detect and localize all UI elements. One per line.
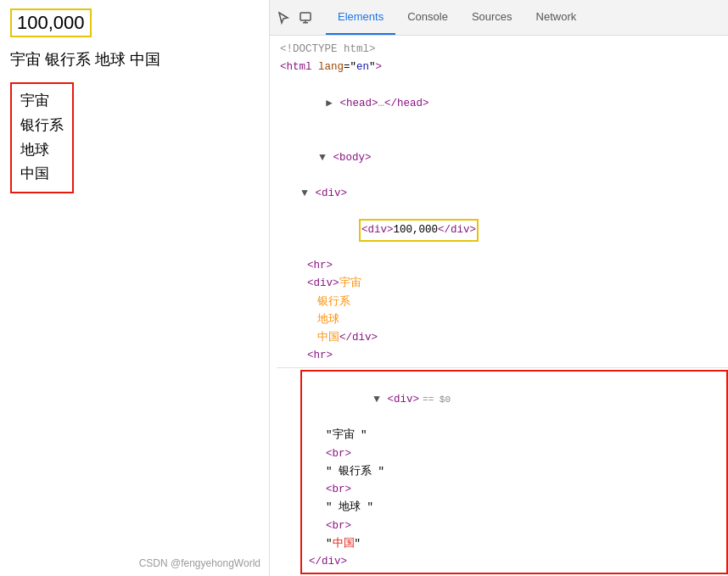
br-tag-1: <br> bbox=[305, 445, 723, 463]
outer-div-line[interactable]: ▼ <div> bbox=[277, 185, 728, 203]
tab-network[interactable]: Network bbox=[524, 0, 589, 35]
list-box: 宇宙 银行系 地球 中国 bbox=[10, 82, 74, 194]
devtools-toolbar: Elements Console Sources Network bbox=[270, 0, 728, 36]
br-tag-3: <br> bbox=[305, 517, 723, 535]
toolbar-icons bbox=[275, 0, 326, 35]
selected-div-open[interactable]: ▼ <div>== $0 bbox=[305, 373, 723, 428]
body-open-line[interactable]: ▼ <body> bbox=[277, 131, 728, 185]
text-node-3: " 地球 " bbox=[305, 499, 723, 517]
inline-text: 宇宙 银行系 地球 中国 bbox=[10, 48, 259, 72]
inline-line3: 地球 bbox=[277, 311, 728, 329]
inspect-icon[interactable] bbox=[297, 9, 314, 26]
doctype-line: <!DOCTYPE html> bbox=[277, 41, 728, 59]
devtools-tabs: Elements Console Sources Network bbox=[326, 0, 723, 35]
number-value: 100,000 bbox=[10, 8, 92, 37]
text-node-1: "宇宙 " bbox=[305, 427, 723, 445]
tab-console[interactable]: Console bbox=[395, 0, 460, 35]
separator bbox=[277, 367, 728, 368]
text-node-4: "中国" bbox=[305, 535, 723, 553]
inline-line2: 银行系 bbox=[277, 294, 728, 311]
inline-div-open[interactable]: <div>宇宙 bbox=[277, 275, 728, 293]
br-tag-2: <br> bbox=[305, 481, 723, 499]
devtools-content[interactable]: <!DOCTYPE html> <html lang="en"> ▶ <head… bbox=[270, 36, 728, 576]
hr2-line: <hr> bbox=[277, 347, 728, 365]
list-item: 银行系 bbox=[20, 114, 64, 138]
number-div-line[interactable]: <div>100,000</div> bbox=[277, 203, 728, 257]
selected-div-box: ▼ <div>== $0 "宇宙 " <br> " 银行系 " <br> " 地… bbox=[300, 370, 728, 575]
head-collapsed-line[interactable]: ▶ <head>…</head> bbox=[277, 77, 728, 131]
left-panel: 100,000 宇宙 银行系 地球 中国 宇宙 银行系 地球 中国 CSDN @… bbox=[0, 0, 270, 576]
html-open-line: <html lang="en"> bbox=[277, 59, 728, 76]
red-box-wrapper: ... ▼ <div>== $0 "宇宙 " <br> " 银行系 " <br>… bbox=[277, 370, 728, 575]
devtools-panel: Elements Console Sources Network <!DOCTY… bbox=[270, 0, 728, 576]
text-node-2: " 银行系 " bbox=[305, 463, 723, 481]
svg-rect-0 bbox=[300, 13, 311, 20]
watermark: CSDN @fengyehongWorld bbox=[139, 557, 260, 569]
list-item: 中国 bbox=[20, 162, 64, 187]
tab-elements[interactable]: Elements bbox=[326, 0, 395, 35]
div-close-tag: </div> bbox=[305, 553, 723, 571]
cursor-icon[interactable] bbox=[275, 9, 292, 26]
svg-rect-1 bbox=[303, 22, 308, 24]
hr1-line: <hr> bbox=[277, 257, 728, 275]
tab-sources[interactable]: Sources bbox=[460, 0, 524, 35]
list-item: 地球 bbox=[20, 138, 64, 163]
list-item: 宇宙 bbox=[20, 89, 64, 114]
number-display: 100,000 bbox=[10, 8, 259, 48]
inline-line4: 中国</div> bbox=[277, 329, 728, 347]
dots-indicator: ... bbox=[270, 463, 272, 480]
